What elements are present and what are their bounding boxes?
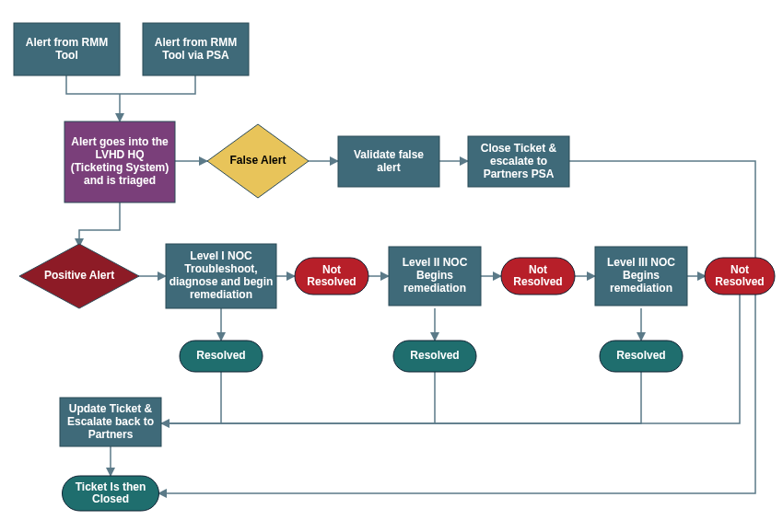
svg-text:LVHD HQ: LVHD HQ [95, 148, 144, 161]
svg-text:False Alert: False Alert [230, 154, 286, 167]
svg-text:escalate to: escalate to [490, 155, 547, 168]
svg-text:(Ticketing System): (Ticketing System) [71, 161, 169, 174]
conn-rmm2-down [120, 75, 195, 94]
svg-text:remediation: remediation [403, 282, 466, 295]
svg-text:alert: alert [377, 161, 400, 174]
svg-text:Resolved: Resolved [410, 349, 459, 362]
svg-text:Update Ticket &: Update Ticket & [69, 402, 153, 415]
svg-text:Escalate back to: Escalate back to [67, 415, 154, 428]
svg-text:Resolved: Resolved [196, 349, 245, 362]
svg-text:Alert from RMM: Alert from RMM [155, 36, 237, 49]
svg-text:Positive Alert: Positive Alert [44, 269, 114, 282]
svg-text:Begins: Begins [416, 269, 453, 282]
conn-rmm1-down [66, 75, 120, 94]
svg-text:Begins: Begins [623, 269, 660, 282]
svg-text:remediation: remediation [190, 288, 252, 301]
conn-res3-line [435, 372, 641, 423]
svg-text:Alert goes into the: Alert goes into the [71, 135, 169, 148]
svg-text:Level I NOC: Level I NOC [190, 249, 252, 262]
conn-close-to-ticketclosed [158, 161, 755, 493]
svg-text:Resolved: Resolved [307, 275, 356, 288]
svg-text:Resolved: Resolved [616, 349, 665, 362]
svg-text:Ticket Is then: Ticket Is then [76, 480, 146, 493]
svg-text:remediation: remediation [610, 282, 672, 295]
conn-res2-line [221, 372, 435, 423]
svg-text:and is triaged: and is triaged [84, 174, 156, 187]
svg-text:Level II NOC: Level II NOC [403, 256, 468, 269]
svg-text:diagnose and begin: diagnose and begin [169, 275, 274, 288]
svg-text:Resolved: Resolved [715, 275, 764, 288]
svg-text:Closed: Closed [92, 492, 129, 505]
svg-text:Level III NOC: Level III NOC [607, 256, 675, 269]
svg-text:Close Ticket &: Close Ticket & [481, 142, 557, 155]
svg-text:Validate false: Validate false [354, 148, 424, 161]
svg-text:Partners PSA: Partners PSA [484, 168, 555, 180]
svg-text:Resolved: Resolved [513, 275, 562, 288]
svg-text:Tool  via PSA: Tool via PSA [162, 49, 229, 62]
svg-text:Not: Not [730, 263, 749, 276]
conn-res1-update [161, 372, 221, 423]
conn-triage-positive [79, 202, 120, 247]
svg-text:Not: Not [529, 263, 547, 276]
svg-text:Not: Not [322, 263, 341, 276]
svg-text:Alert from RMM: Alert from RMM [26, 36, 108, 49]
svg-text:Partners: Partners [88, 428, 134, 441]
svg-text:Troubleshoot,: Troubleshoot, [184, 262, 257, 275]
svg-text:Tool: Tool [55, 49, 77, 62]
